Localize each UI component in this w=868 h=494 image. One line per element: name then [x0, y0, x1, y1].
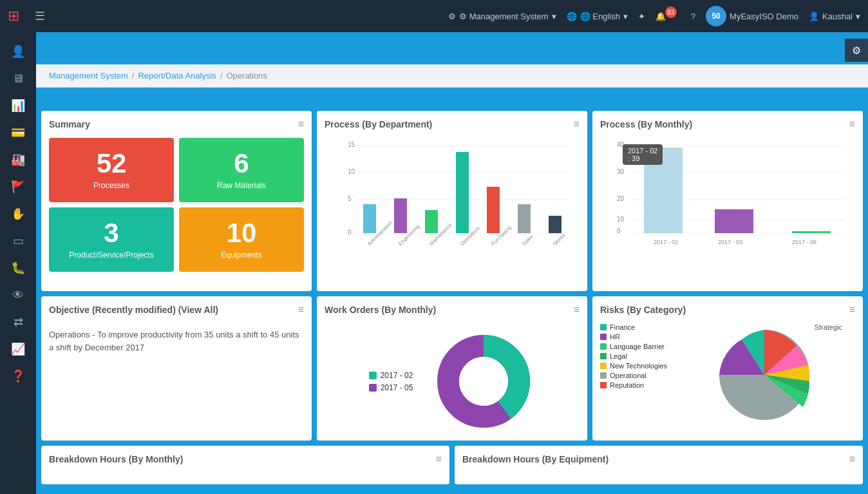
- svg-text:0: 0: [348, 229, 352, 236]
- risks-content: Finance HR Language Barrier Legal New Te…: [600, 323, 855, 426]
- legend-text-operational: Operational: [610, 372, 646, 379]
- risks-menu-icon[interactable]: ≡: [849, 304, 855, 316]
- legend-hr: HR: [600, 333, 667, 341]
- legend-dot-finance: [600, 324, 607, 330]
- sidebar-item-help[interactable]: ❓: [4, 363, 32, 389]
- objective-text: Operations - To improve productivity fro…: [49, 323, 304, 359]
- app-logo[interactable]: ⊞: [8, 8, 19, 24]
- svg-text:Sales: Sales: [521, 234, 534, 247]
- svg-text:10: 10: [617, 216, 625, 223]
- process-dept-title: Process (By Department): [325, 119, 432, 129]
- equipments-label: Equipments: [221, 251, 261, 260]
- legend-operational: Operational: [600, 372, 667, 379]
- objective-menu-icon[interactable]: ≡: [298, 304, 304, 316]
- tooltip-text: 2017 - 02: 39: [628, 147, 657, 162]
- breadcrumb-report[interactable]: Report/Data Analysis: [138, 71, 216, 81]
- settings-button[interactable]: ⚙: [845, 39, 868, 62]
- products-label: Product/Service/Projects: [69, 251, 153, 260]
- help-icon: ?: [691, 12, 695, 21]
- svg-text:0: 0: [617, 227, 621, 234]
- sidebar-item-card[interactable]: 💳: [4, 120, 32, 146]
- globe-icon: 🌐: [567, 12, 577, 21]
- breakdown-equipment-title: Breakdown Hours (By Equipment): [462, 454, 609, 464]
- process-monthly-card: Process (By Monthly) ≡ 2017 - 02: 39 40 …: [592, 111, 863, 291]
- workorders-content: 2017 - 02 2017 - 05: [325, 323, 580, 433]
- bell-nav[interactable]: 🔔 83: [656, 10, 681, 22]
- breadcrumb-current: Operations: [227, 71, 268, 81]
- breadcrumb-management[interactable]: Management System: [49, 71, 128, 81]
- legend-label-2017-05: 2017 - 05: [381, 383, 413, 392]
- process-monthly-chart: 2017 - 02: 39 40 30 20 10 0: [600, 138, 855, 267]
- sidebar-item-profile[interactable]: 👤: [4, 39, 32, 64]
- summary-menu-icon[interactable]: ≡: [298, 119, 304, 130]
- legend-text-reputation: Reputation: [610, 381, 644, 389]
- link-nav[interactable]: ✦: [638, 12, 645, 21]
- legend-dot-language: [600, 343, 607, 350]
- breakdown-equipment-menu-icon[interactable]: ≡: [849, 453, 855, 465]
- summary-card-header: Summary ≡: [49, 119, 304, 130]
- process-dept-header: Process (By Department) ≡: [325, 119, 580, 130]
- management-system-nav[interactable]: ⚙ ⚙ Management System ▾: [448, 12, 556, 21]
- summary-tiles: 52 Processes 6 Raw Materials 3 Product/S…: [49, 138, 304, 272]
- breakdown-monthly-title: Breakdown Hours (By Monthly): [49, 454, 183, 464]
- sidebar-item-bug[interactable]: 🐛: [4, 255, 32, 281]
- legend-2017-02: 2017 - 02: [369, 371, 413, 380]
- risks-title: Risks (By Category): [600, 305, 686, 315]
- strategic-label: Strategic: [815, 323, 842, 331]
- svg-rect-33: [715, 209, 753, 233]
- svg-text:30: 30: [617, 168, 625, 175]
- sidebar-item-square[interactable]: ▭: [4, 228, 32, 254]
- sidebar-item-monitor[interactable]: 🖥: [4, 66, 32, 91]
- equipments-count: 10: [227, 220, 257, 247]
- risks-legend-list: Finance HR Language Barrier Legal New Te…: [600, 323, 667, 389]
- sidebar-item-hand[interactable]: ✋: [4, 201, 32, 227]
- svg-rect-34: [792, 231, 831, 233]
- products-count: 3: [104, 220, 118, 247]
- svg-rect-12: [487, 187, 500, 233]
- svg-text:2017 - 03: 2017 - 03: [718, 239, 742, 245]
- raw-materials-count: 6: [234, 150, 249, 177]
- sidebar-item-chart[interactable]: 📊: [4, 93, 32, 119]
- svg-text:2017 - 06: 2017 - 06: [792, 239, 816, 245]
- svg-text:2017 - 02: 2017 - 02: [654, 239, 678, 245]
- sidebar-item-eye[interactable]: 👁: [4, 282, 32, 308]
- sidebar-item-flag[interactable]: 🚩: [4, 174, 32, 200]
- user-label-nav[interactable]: 50 MyEasyISO Demo: [706, 6, 798, 26]
- legend-dot-reputation: [600, 382, 607, 388]
- legend-dot-new-tech: [600, 363, 607, 369]
- process-dept-menu-icon[interactable]: ≡: [574, 119, 580, 130]
- breakdown-equipment-header: Breakdown Hours (By Equipment) ≡: [462, 453, 855, 465]
- avatar: 50: [706, 6, 726, 26]
- svg-text:Stores: Stores: [552, 233, 567, 247]
- help-nav[interactable]: ?: [691, 12, 695, 21]
- objective-header: Objective (Recently modified) (View All)…: [49, 304, 304, 316]
- risks-card: Risks (By Category) ≡ Finance HR Languag…: [592, 296, 863, 441]
- legend-language: Language Barrier: [600, 343, 667, 350]
- objective-title: Objective (Recently modified) (View All): [49, 305, 218, 315]
- workorders-menu-icon[interactable]: ≡: [574, 304, 580, 316]
- language-nav[interactable]: 🌐 🌐 English ▾: [567, 12, 628, 21]
- svg-rect-10: [425, 210, 438, 233]
- svg-rect-11: [456, 152, 469, 233]
- legend-dot-hr: [600, 334, 607, 340]
- svg-text:10: 10: [348, 168, 355, 175]
- sidebar-item-factory[interactable]: 🏭: [4, 147, 32, 173]
- language-chevron-icon: ▾: [623, 12, 628, 21]
- process-monthly-menu-icon[interactable]: ≡: [849, 119, 855, 130]
- breakdown-equipment-card: Breakdown Hours (By Equipment) ≡: [455, 446, 863, 484]
- kaushal-nav[interactable]: 👤 Kaushal ▾: [809, 12, 860, 21]
- legend-color-2017-05: [369, 384, 377, 392]
- legend-legal: Legal: [600, 352, 667, 360]
- process-monthly-title: Process (By Monthly): [600, 119, 692, 129]
- chart-tooltip: 2017 - 02: 39: [623, 144, 663, 165]
- sidebar-item-transfer[interactable]: ⇄: [4, 309, 32, 335]
- breakdown-monthly-menu-icon[interactable]: ≡: [436, 453, 442, 465]
- breadcrumb-sep2: /: [220, 71, 223, 81]
- sidebar-item-trend[interactable]: 📈: [4, 336, 32, 362]
- summary-card-title: Summary: [49, 119, 90, 129]
- legend-label-2017-02: 2017 - 02: [381, 371, 413, 380]
- link-icon: ✦: [638, 12, 645, 21]
- legend-reputation: Reputation: [600, 381, 667, 389]
- menu-icon[interactable]: ☰: [35, 9, 45, 23]
- donut-chart: [432, 330, 535, 433]
